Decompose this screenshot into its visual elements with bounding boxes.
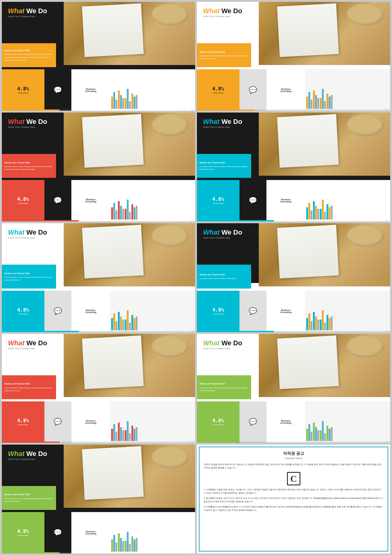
progress-bar [2,552,195,553]
bubble-section: 💬 [44,69,71,111]
progress-bar [2,442,195,443]
bar-body: Lorem ipsum dolor sit amet, consectetur … [199,278,237,279]
slide-image [64,2,195,65]
title-rest: We Do [26,228,47,236]
slide-number: 4 [386,219,388,221]
bubble-icon: 💬 [249,86,257,94]
slide-1-title: What We Do Insert Your Creative Idea [8,7,47,18]
slide-2-title: What We Do Insert Your Creative Idea [203,7,242,18]
copyright-intro: 컨텐츠 제공을 위하여 내부적으로 사용되는 이 파일은 제3자에게 제공, 공… [204,463,383,469]
slide-subtitle: Insert Your Creative Idea [203,126,242,129]
chart-section [110,512,195,553]
bubble-icon: 💬 [54,418,62,426]
copyright-title: 저작권 공고 [204,451,383,456]
slide-2: What We Do Insert Your Creative Idea Hea… [197,2,390,111]
stat-box: 4.8% Recent Blog [197,69,239,111]
progress-bar [197,442,390,443]
color-bar: Heads are Gonne Roll Lorem ipsum dolor s… [2,375,56,399]
stat-number: 4.8% [212,86,224,91]
color-bar: Heads are Gonne Roll Lorem ipsum dolor s… [197,375,251,399]
bubble-icon: 💬 [54,197,62,205]
stat-label: Recent Blog [213,202,223,204]
business-label: BusinessConsulting [280,309,292,313]
slide-number: 4 [386,330,388,332]
bubble-section: 💬 [239,401,266,443]
stat-box: 4.8% Recent Blog [2,180,44,221]
bubble-section: 💬 [44,291,71,332]
business-section: BusinessConsulting [71,69,110,111]
bar-title: Heads are Gonne Roll [4,49,54,52]
slide-subtitle: Insert Your Creative Idea [8,15,47,18]
stat-number: 4.8% [17,86,29,91]
business-section: BusinessConsulting [266,401,305,443]
bar-body: Lorem ipsum dolor sit amet, consectetur … [4,276,52,281]
bar-title: Heads are Gonne Roll [4,161,54,164]
slide-5: What We Do Insert Your Creative Idea Hea… [2,223,195,332]
bar-title: Heads are Gonne Roll [4,493,54,496]
slide-9-title: What We Do Insert Your Creative Idea [8,450,47,461]
bubble-icon: 💬 [54,529,62,537]
business-section: BusinessConsulting [266,291,305,332]
copyright-content: 저작권 공고 Copyright Notice 컨텐츠 제공을 위하여 내부적으… [197,445,390,516]
progress-bar [197,220,390,221]
bar-title: Heads are Gonne Roll [4,272,54,275]
bar-body: Lorem ipsum dolor sit amet, consectetur … [199,166,247,170]
title-rest: We Do [26,450,47,457]
stat-box: 4.8% Recent Blog [2,401,44,443]
slide-1: What We Do Insert Your Creative Idea Hea… [2,2,195,111]
color-bar: Heads are Gonne Roll Lorem ipsum dolor s… [197,43,251,67]
slide-grid: What We Do Insert Your Creative Idea Hea… [0,0,392,555]
stat-label: Recent Blog [18,92,28,94]
bubble-icon: 💬 [249,197,257,205]
title-rest: We Do [221,118,242,125]
chart-section [305,291,390,332]
title-rest: We Do [221,228,242,236]
title-rest: We Do [26,339,47,347]
stat-label: Recent Blog [213,92,223,94]
slide-subtitle: Insert Your Creative Idea [8,458,47,461]
stat-number: 4.8% [212,197,224,202]
slide-image [64,445,195,508]
business-label: BusinessConsulting [85,420,96,424]
slide-6: What We Do Insert Your Creative Idea Hea… [197,223,390,332]
progress-bar [2,109,195,111]
bottom-section: 4.8% Recent Blog 💬 BusinessConsulting [2,291,195,332]
business-label: BusinessConsulting [85,198,96,203]
slide-3-title: What We Do Insert Your Creative Idea [8,118,47,129]
bottom-section: 4.8% Recent Blog 💬 BusinessConsulting [2,180,195,221]
progress-bar [2,220,195,221]
bar-body: Lorem ipsum dolor sit amet, consectetur … [4,498,52,502]
slide-subtitle: Insert Your Creative Idea [8,347,47,350]
business-label: BusinessConsulting [85,530,96,535]
stat-number: 4.8% [17,529,29,534]
copyright-text-1: 1. 사적(私的) 이용을 위한 복제는 가능합니다. 그러나 복제된 파일을 … [204,488,383,495]
bar-body: Lorem ipsum dolor sit amet, consectetur … [199,55,247,59]
slide-8-title: What We Do Insert Your Creative Idea [203,339,242,350]
chart-section [305,180,390,221]
business-section: BusinessConsulting [71,291,110,332]
color-bar: Heads are Gonne Roll Lorem ipsum dolor s… [2,265,56,289]
slide-subtitle: Insert Your Creative Idea [203,347,242,350]
bar-title: Heads are Gonne Roll [4,382,54,385]
slide-image [259,113,390,176]
business-section: BusinessConsulting [71,180,110,221]
color-bar: Heads are Gonne Roll Lorem ipsum dolor s… [2,154,56,178]
stat-label: Recent Blog [18,534,28,536]
slide-image [64,334,195,397]
stat-number: 4.8% [17,197,29,202]
slide-number: 2 [191,109,193,111]
chart-section [305,69,390,111]
slide-subtitle: Insert Your Creative Idea [8,237,47,239]
color-bar: Heads are Gonne Roll Lorem ipsum dolor s… [197,265,251,289]
bottom-section: 4.8% Recent Blog 💬 BusinessConsulting [2,69,195,111]
copyright-logo-wrap: C [204,472,383,485]
slide-5-title: What We Do Insert Your Creative Idea [8,229,47,239]
copyright-logo: C [287,472,300,485]
title-rest: We Do [221,7,242,15]
bar-body: Lorem ipsum dolor sit amet, consectetur … [199,387,247,392]
slide-6-title: What We Do Insert Your Creative Idea [203,229,242,239]
title-highlight: What [203,339,220,347]
business-label: BusinessConsulting [85,88,96,92]
title-rest: We Do [26,7,47,15]
stat-number: 4.8% [212,308,224,312]
